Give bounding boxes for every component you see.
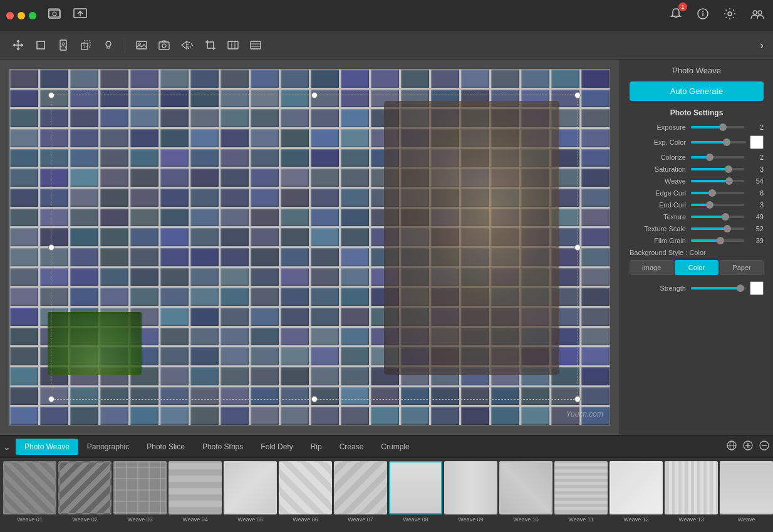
svg-point-14 (106, 41, 111, 46)
tab-photo-strips[interactable]: Photo Strips (194, 439, 252, 455)
list-item[interactable]: Weave 05 (224, 461, 277, 530)
slider-track-5[interactable] (691, 192, 744, 194)
list-item[interactable]: Weave 11 (554, 461, 608, 530)
strength-track[interactable] (691, 287, 746, 289)
tab-crumple[interactable]: Crumple (372, 439, 418, 455)
list-item[interactable]: Weave 04 (169, 461, 222, 530)
close-button[interactable] (6, 12, 14, 19)
color-box-1[interactable] (750, 135, 764, 149)
slider-row-exp.-color: Exp. Color (630, 135, 764, 149)
move-tool-icon[interactable] (9, 36, 27, 54)
list-item[interactable]: Weave 07 (334, 461, 387, 530)
bars-icon[interactable] (247, 36, 264, 54)
slider-thumb-8[interactable] (724, 225, 731, 232)
slider-track-3[interactable] (691, 168, 744, 170)
tab-rip[interactable]: Rip (302, 439, 331, 455)
slider-thumb-5[interactable] (708, 189, 716, 197)
slider-track-2[interactable] (691, 156, 744, 159)
separator-1 (125, 38, 125, 53)
bulb-icon[interactable] (100, 36, 117, 54)
list-item[interactable]: Weave (720, 461, 773, 530)
strength-thumb[interactable] (737, 284, 744, 292)
remove-icon[interactable] (759, 440, 770, 454)
slider-row-end-curl: End Curl3 (630, 201, 764, 209)
svg-rect-13 (84, 41, 90, 47)
notification-badge: 1 (678, 3, 687, 11)
portrait-icon[interactable] (54, 36, 72, 54)
background-style-label: Background Style : Color (630, 249, 764, 256)
thumbnail-label-12: Weave 13 (678, 516, 703, 523)
transform-icon[interactable] (77, 36, 95, 54)
slider-track-6[interactable] (691, 204, 744, 206)
export-icon[interactable] (71, 6, 90, 25)
globe-icon[interactable] (726, 440, 737, 454)
thumbnail-4 (224, 461, 277, 514)
tab-crease[interactable]: Crease (331, 439, 373, 455)
list-item[interactable]: Weave 06 (279, 461, 332, 530)
slider-thumb-7[interactable] (722, 213, 729, 221)
thumbnail-label-1: Weave 02 (72, 516, 97, 523)
slider-thumb-3[interactable] (725, 165, 732, 173)
bg-color-button[interactable]: Color (675, 260, 719, 275)
list-item[interactable]: Weave 13 (665, 461, 718, 530)
settings-gear-icon[interactable] (721, 5, 739, 26)
list-item[interactable]: Weave 02 (58, 461, 112, 530)
svg-rect-19 (228, 41, 238, 49)
slider-row-edge-curl: Edge Curl6 (630, 189, 764, 197)
tab-panographic[interactable]: Panographic (78, 439, 138, 455)
tab-photo-slice[interactable]: Photo Slice (138, 439, 194, 455)
info-icon[interactable]: i (694, 5, 712, 26)
strength-color-box[interactable] (750, 281, 764, 295)
tab-fold-defy[interactable]: Fold Defy (252, 439, 301, 455)
slider-track-0[interactable] (691, 126, 744, 128)
tab-photo-weave[interactable]: Photo Weave (16, 439, 78, 455)
crop-tool-icon[interactable] (32, 36, 49, 54)
slider-value-8: 52 (748, 225, 764, 232)
toolbar-more-icon[interactable]: › (760, 39, 764, 52)
bg-image-button[interactable]: Image (630, 260, 673, 275)
slider-fill-9 (691, 239, 720, 242)
camera-icon[interactable] (155, 36, 173, 54)
image-icon[interactable] (133, 36, 150, 54)
collapse-icon[interactable]: ⌄ (3, 442, 11, 452)
bg-paper-button[interactable]: Paper (720, 260, 764, 275)
slider-thumb-9[interactable] (717, 237, 724, 244)
crop2-icon[interactable] (202, 36, 219, 54)
thumbnail-2 (113, 461, 167, 514)
slider-row-film-grain: Film Grain39 (630, 237, 764, 244)
list-item[interactable]: Weave 10 (499, 461, 553, 530)
list-item[interactable]: Weave 12 (610, 461, 663, 530)
slider-track-8[interactable] (691, 227, 744, 230)
slider-track-7[interactable] (691, 216, 744, 218)
titlebar: 1 i (0, 0, 773, 31)
list-item[interactable]: Weave 01 (3, 461, 56, 530)
canvas-area: Yuucn.com (0, 60, 620, 435)
thumbnail-6 (334, 461, 387, 514)
slider-track-9[interactable] (691, 239, 744, 242)
thumbnail-5 (279, 461, 332, 514)
multiplayer-icon[interactable] (748, 5, 767, 26)
slider-thumb-6[interactable] (706, 201, 713, 209)
slider-thumb-1[interactable] (723, 138, 730, 146)
add-icon[interactable] (742, 440, 754, 454)
slider-thumb-2[interactable] (706, 154, 713, 161)
slider-track-4[interactable] (691, 180, 744, 182)
slider-label-3: Saturation (630, 165, 686, 173)
list-item[interactable]: Weave 08 (389, 461, 442, 530)
list-item[interactable]: Weave 09 (444, 461, 497, 530)
minimize-button[interactable] (18, 12, 25, 19)
slider-thumb-4[interactable] (725, 177, 733, 185)
svg-point-11 (62, 43, 65, 45)
photo-library-icon[interactable] (46, 6, 65, 25)
thumbnail-10 (554, 461, 608, 514)
list-item[interactable]: Weave 03 (113, 461, 167, 530)
thumbnail-label-11: Weave 12 (623, 516, 648, 523)
slider-thumb-0[interactable] (719, 123, 727, 131)
canvas-image[interactable]: Yuucn.com (10, 70, 610, 425)
maximize-button[interactable] (29, 12, 36, 19)
columns-icon[interactable] (224, 36, 242, 54)
flip-horizontal-icon[interactable] (178, 36, 197, 54)
slider-track-1[interactable] (691, 141, 746, 143)
slider-row-exposure: Exposure2 (630, 123, 764, 131)
auto-generate-button[interactable]: Auto Generate (630, 81, 764, 101)
